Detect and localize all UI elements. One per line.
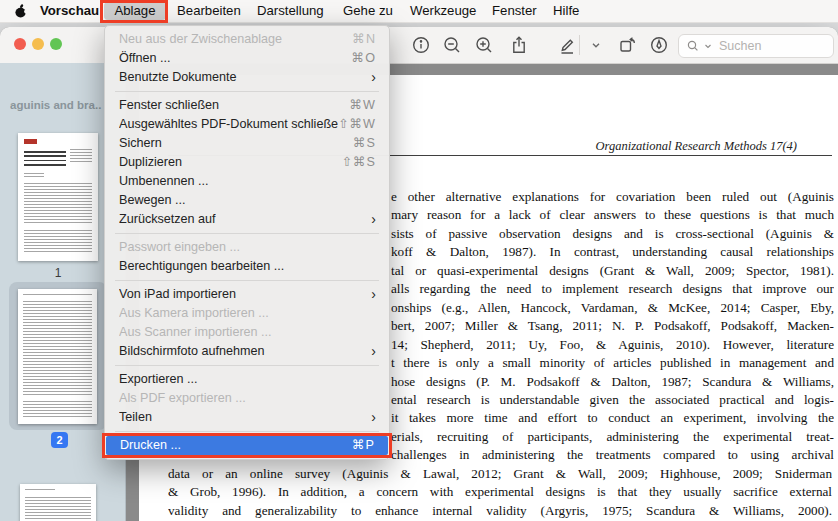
search-icon [686, 39, 701, 54]
submenu-chevron-icon: › [371, 285, 376, 304]
minimize-button[interactable] [32, 38, 44, 50]
annotate-pen-icon[interactable] [647, 33, 671, 57]
menu-item-neu-aus-zwischenablage: Neu aus der Zwischenablage ⌘N [105, 30, 389, 49]
document-text-line: mary reason for a lack of clear answers … [391, 206, 834, 224]
document-text-line: e other alternative explanations for cov… [391, 188, 834, 206]
toolbar-divider [579, 35, 580, 55]
page-number-1: 1 [48, 266, 68, 280]
menu-item-bildschirmfoto-aufnehmen[interactable]: Bildschirmfoto aufnehmen › [105, 342, 389, 361]
menu-separator [115, 91, 379, 92]
document-text-line: validity and generalizability to enhance… [168, 502, 832, 520]
zoom-button[interactable] [50, 38, 62, 50]
document-text-line: hose designs (P. M. Podsakoff & Dalton, … [391, 373, 834, 391]
thumb2-footer-lines [23, 401, 92, 419]
document-text-line: data or an online survey (Aguinis & Lawa… [168, 465, 832, 483]
search-field[interactable] [678, 34, 834, 58]
zoom-out-icon[interactable] [440, 33, 464, 57]
thumb2-header-line [23, 294, 92, 297]
thumb2-body-lines [23, 301, 92, 397]
menu-item-aus-scanner-importieren: Aus Scanner importieren ... [105, 323, 389, 342]
menu-item-exportieren[interactable]: Exportieren ... [105, 370, 389, 389]
thumb1-body-lines [24, 230, 92, 254]
page-number-2-selected-badge: 2 [51, 432, 68, 448]
menu-title-hilfe[interactable]: Hilfe [553, 0, 579, 22]
close-button[interactable] [14, 38, 26, 50]
menu-title-werkzeuge[interactable]: Werkzeuge [410, 0, 476, 22]
document-text-line: & Grob, 1996). In addition, a concern wi… [168, 483, 832, 501]
document-text-line: sists of passive observation designs and… [391, 225, 834, 243]
thumb1-meta-lines [70, 149, 92, 163]
menu-title-ablage[interactable]: Ablage [104, 2, 166, 20]
menu-title-darstellung[interactable]: Darstellung [257, 0, 324, 22]
document-text-line: tal or quasi-experimental designs (Grant… [391, 262, 834, 280]
menu-item-aus-kamera-importieren: Aus Kamera importieren ... [105, 304, 389, 323]
menu-item-umbenennen[interactable]: Umbenennen ... [105, 172, 389, 191]
document-text-line: onships (e.g., Allen, Hancock, Vardaman,… [391, 299, 834, 317]
menu-item-pdf-dokument-schliessen[interactable]: Ausgewähltes PDF-Dokument schließen ⇧⌘W [105, 115, 389, 134]
menu-item-teilen[interactable]: Teilen › [105, 408, 389, 427]
document-text-line: koff & Dalton, 1987). In contrast, under… [391, 243, 834, 261]
document-text-line: it takes more time and effort to conduct… [391, 409, 834, 427]
menu-item-bewegen[interactable]: Bewegen ... [105, 191, 389, 210]
thumb1-title-lines [24, 151, 66, 167]
document-text-line: ental research is understandable given t… [391, 391, 834, 409]
menu-separator [115, 431, 379, 432]
menu-title-fenster[interactable]: Fenster [492, 0, 537, 22]
menu-title-bearbeiten[interactable]: Bearbeiten [177, 0, 241, 22]
article-badge-decoration [24, 139, 37, 144]
document-text-line: bert, 2007; Miller & Tsang, 2011; N. P. … [391, 317, 834, 335]
menu-title-vorschau[interactable]: Vorschau [40, 0, 99, 22]
menu-item-benutzte-dokumente[interactable]: Benutzte Dokumente › [105, 68, 389, 87]
share-icon[interactable] [507, 33, 531, 57]
page-thumbnail-1[interactable] [18, 133, 98, 261]
document-text-line: alls regarding the need to implement res… [391, 280, 834, 298]
submenu-chevron-icon: › [371, 210, 376, 229]
document-text-line: t there is only a small minority of arti… [391, 354, 834, 372]
menu-item-duplizieren[interactable]: Duplizieren ⇧⌘S [105, 153, 389, 172]
markup-pencil-icon[interactable] [555, 33, 579, 57]
thumb3-header-line [25, 489, 55, 492]
document-text-line: challenges in administering the treatmen… [391, 446, 834, 464]
menu-item-als-pdf-exportieren: Als PDF exportieren ... [105, 389, 389, 408]
search-chevron-icon [704, 42, 712, 50]
info-icon[interactable] [409, 33, 433, 57]
zoom-in-icon[interactable] [472, 33, 496, 57]
apple-icon[interactable] [13, 3, 29, 25]
search-input[interactable] [717, 38, 821, 54]
menu-item-oeffnen[interactable]: Öffnen ... ⌘O [105, 49, 389, 68]
thumb1-abstract-lines [24, 183, 92, 225]
menu-separator [115, 280, 379, 281]
menu-item-passwort-eingeben: Passwort eingeben ... [105, 238, 389, 257]
menu-item-von-ipad-importieren[interactable]: Von iPad importieren › [105, 285, 389, 304]
page-thumbnail-3[interactable] [20, 484, 96, 521]
submenu-chevron-icon: › [371, 408, 376, 427]
thumb1-author-line [24, 173, 44, 177]
rotate-icon[interactable] [615, 33, 639, 57]
menu-separator [115, 365, 379, 366]
submenu-chevron-icon: › [371, 342, 376, 361]
menu-item-zuruecksetzen-auf[interactable]: Zurücksetzen auf › [105, 210, 389, 229]
submenu-chevron-icon: › [371, 68, 376, 87]
thumb3-body-lines [25, 497, 91, 521]
menu-item-sichern[interactable]: Sichern ⌘S [105, 134, 389, 153]
menu-item-fenster-schliessen[interactable]: Fenster schließen ⌘W [105, 96, 389, 115]
menu-title-gehe-zu[interactable]: Gehe zu [343, 0, 393, 22]
file-menu-dropdown: Neu aus der Zwischenablage ⌘N Öffnen ...… [104, 25, 390, 460]
menu-separator [115, 233, 379, 234]
menu-item-berechtigungen-bearbeiten[interactable]: Berechtigungen bearbeiten ... [105, 257, 389, 276]
screen: aguinis and bra.. 1 2 [0, 0, 838, 521]
document-text-line: erials, recruiting of participants, admi… [391, 428, 834, 446]
document-text-line: 14; Shepherd, 2011; Uy, Foo, & Aguinis, … [391, 336, 834, 354]
page-thumbnail-2[interactable] [18, 289, 97, 424]
menu-item-drucken[interactable]: Drucken ... ⌘P [106, 436, 388, 455]
journal-running-head: Organizational Research Methods 17(4) [360, 139, 797, 154]
chevron-down-icon[interactable] [584, 33, 608, 57]
